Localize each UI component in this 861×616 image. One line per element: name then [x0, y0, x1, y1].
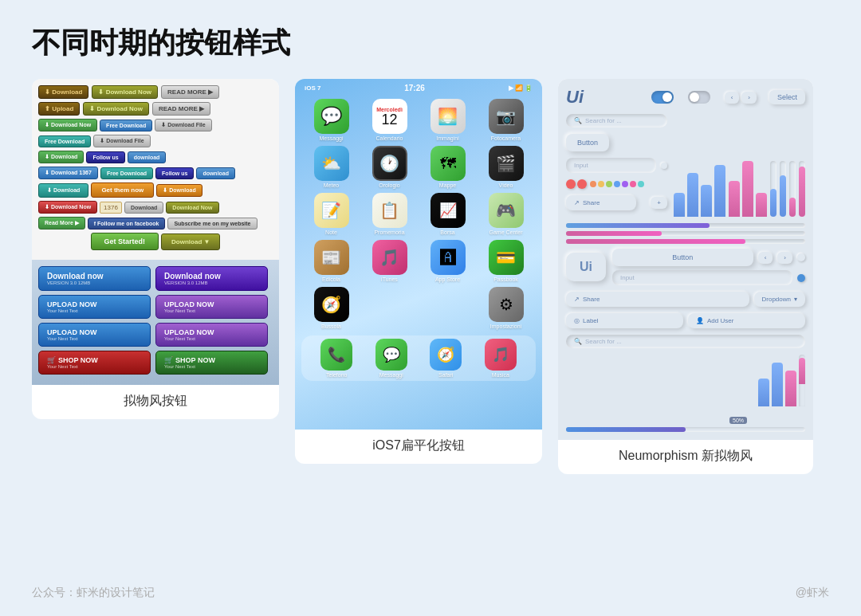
- follow-btn[interactable]: Follow us: [86, 151, 124, 163]
- ios7-icon-photos[interactable]: 🌅 Immagini: [421, 99, 474, 141]
- read-more-btn[interactable]: READ MORE ▶: [161, 85, 219, 99]
- radio-btn-1[interactable]: [661, 163, 667, 169]
- button-large[interactable]: Button: [612, 249, 753, 266]
- skeuomorphic-image: ⬇ Download ⬇ Download Now READ MORE ▶ ⬆ …: [32, 79, 279, 385]
- ios7-dock-phone[interactable]: 📞 Telefono: [320, 339, 352, 378]
- slider-3[interactable]: [566, 239, 805, 244]
- ios7-icon-compass[interactable]: 🧭 Bussola: [305, 287, 358, 329]
- get-them-btn[interactable]: Get them now: [91, 182, 154, 198]
- nav-next-btn[interactable]: ›: [741, 92, 757, 104]
- plus-btn[interactable]: +: [651, 197, 667, 209]
- download-gray[interactable]: Download: [124, 202, 163, 214]
- ios7-icon-gamecenter[interactable]: 🎮 Game Center: [479, 193, 533, 235]
- ui-title: Ui: [566, 87, 584, 108]
- select-btn[interactable]: Select: [769, 90, 805, 104]
- slider-2[interactable]: [566, 231, 805, 236]
- ios7-dock-music[interactable]: 🎵 Musica: [485, 339, 517, 378]
- slider-1[interactable]: [566, 223, 805, 228]
- toggle-1[interactable]: [651, 91, 674, 104]
- chevron-down-icon: ▾: [794, 296, 797, 303]
- ios7-dock-messages[interactable]: 💬 Messaggi: [375, 339, 407, 378]
- dropdown-element[interactable]: Dropdown ▾: [754, 292, 805, 307]
- download-now-big-btn-2[interactable]: Download now VERSION 3.0 12MB: [155, 266, 268, 291]
- radio-active[interactable]: [797, 274, 805, 282]
- progress-fill: [566, 427, 686, 432]
- search-icon: 🔍: [574, 117, 582, 124]
- ios7-icon-clock[interactable]: 🕐 Orologio: [363, 146, 416, 188]
- follow-btn2[interactable]: Follow us: [155, 167, 194, 179]
- slider-group: [566, 223, 805, 244]
- btn-prev[interactable]: ‹: [758, 252, 773, 264]
- cards-row: ⬇ Download ⬇ Download Now READ MORE ▶ ⬆ …: [32, 79, 829, 576]
- card2-label: iOS7扁平化按钮: [372, 430, 465, 464]
- ios7-icon-stocks[interactable]: 📈 Borsa: [421, 193, 474, 235]
- ios7-icon-settings[interactable]: ⚙ Impostazioni: [479, 287, 533, 329]
- user-icon: 👤: [696, 317, 704, 324]
- ios7-icon-camera[interactable]: 📷 Fotocamera: [479, 99, 533, 141]
- subscribe-btn[interactable]: Subscribe me on my website: [167, 218, 257, 230]
- teal-dl-btn[interactable]: ⬇ Download: [38, 183, 88, 198]
- add-user-btn[interactable]: 👤 Add User: [688, 313, 805, 328]
- ios7-icon-maps[interactable]: 🗺 Mappe: [421, 146, 474, 188]
- ios7-icon-appstore[interactable]: 🅰 App Store: [421, 240, 474, 282]
- shop-now-btn-1[interactable]: 🛒SHOP NOW Your Next Text: [38, 351, 151, 375]
- footer-left: 公众号：虾米的设计笔记: [32, 586, 155, 600]
- download-now-big-btn-1[interactable]: Download now VERSION 3.0 12MB: [38, 266, 151, 291]
- card1-label: 拟物风按钮: [124, 385, 187, 419]
- get-started-btn[interactable]: Get Started!: [91, 233, 159, 250]
- share-btn[interactable]: ↗ Share: [566, 195, 636, 210]
- input-field-2[interactable]: Input: [612, 270, 792, 285]
- ios7-icon-notes[interactable]: 📝 Note: [305, 193, 358, 235]
- charts-area: [674, 114, 805, 217]
- vertical-sliders: [770, 153, 805, 217]
- download-now-btn2[interactable]: ⬇ Download Now: [83, 102, 149, 116]
- ios7-icon-video[interactable]: 🎬 Video: [479, 146, 533, 188]
- download-btn-olive2[interactable]: Download ▼: [161, 233, 220, 250]
- download-btn-b2[interactable]: download: [196, 167, 235, 179]
- ios7-dock-safari[interactable]: 🧭 Safari: [430, 339, 462, 378]
- toggle-2[interactable]: [688, 91, 710, 104]
- free-download-blue[interactable]: Free Download: [100, 120, 152, 131]
- ios7-icon-itunes[interactable]: 🎵 iTunes: [363, 240, 416, 282]
- stocks-icon: 📈: [431, 193, 466, 228]
- read-more-btn2[interactable]: READ MORE ▶: [152, 102, 210, 116]
- upload-now-btn-3[interactable]: UPLOAD NOW Your Next Text: [38, 323, 151, 347]
- upload-now-btn-2[interactable]: UPLOAD NOW Your Next Text: [155, 295, 268, 319]
- ios7-icon-reminders[interactable]: 📋 Promemoria: [363, 193, 416, 235]
- ios7-icon-calendar[interactable]: Mercoledì 12 Calendario: [363, 99, 416, 141]
- upload-now-btn-1[interactable]: UPLOAD NOW Your Next Text: [38, 295, 151, 319]
- free-dl-teal2[interactable]: Free Download: [100, 167, 153, 179]
- ios7-icon-newsstand[interactable]: 📰 Edicola: [305, 240, 358, 282]
- upload-now-btn-4[interactable]: UPLOAD NOW Your Next Text: [155, 323, 268, 347]
- search-field-1[interactable]: 🔍 Search for ...: [566, 114, 667, 128]
- notes-icon: 📝: [314, 193, 349, 228]
- upload-btn-brown[interactable]: ⬆ Upload: [38, 102, 80, 116]
- dl-now-olive[interactable]: Download Now: [166, 202, 218, 214]
- download-now-green[interactable]: ⬇ Download Now: [38, 119, 97, 131]
- shop-now-btn-2[interactable]: 🛒SHOP NOW Your Next Text: [155, 351, 268, 375]
- orange-dl-btn[interactable]: ⬇ Download: [156, 184, 202, 197]
- download-file-gray[interactable]: ⬇ Download File: [93, 135, 150, 147]
- download-file-btn[interactable]: ⬇ Download File: [155, 119, 211, 131]
- fb-follow-btn[interactable]: f Follow me on facebook: [88, 218, 166, 230]
- ios7-icons-grid: 💬 Messaggi Mercoledì 12 Calendario 🌅: [301, 96, 536, 332]
- download-btn-b[interactable]: download: [128, 151, 167, 163]
- download-1367[interactable]: ⬇ Download 1367: [38, 167, 98, 179]
- dl-now-red[interactable]: ⬇ Download Now: [38, 201, 97, 214]
- ios7-icon-passbook[interactable]: 💳 Passbook: [479, 240, 533, 282]
- download-btn-brown[interactable]: ⬇ Download: [38, 85, 88, 99]
- download-now-btn-olive[interactable]: ⬇ Download Now: [92, 85, 158, 99]
- button-element[interactable]: Button: [566, 134, 609, 151]
- input-field[interactable]: Input: [566, 158, 656, 173]
- free-download-teal[interactable]: Free Download: [38, 135, 91, 147]
- ios7-icon-weather[interactable]: ⛅ Meteo: [305, 146, 358, 188]
- radio-2[interactable]: [797, 253, 805, 261]
- share-btn-2[interactable]: ↗ Share: [566, 292, 749, 307]
- ios7-icon-messages[interactable]: 💬 Messaggi: [305, 99, 358, 141]
- btn-next[interactable]: ›: [777, 252, 792, 264]
- read-more-green[interactable]: Read More ▶: [38, 217, 85, 230]
- download-btn-g[interactable]: ⬇ Download: [38, 151, 84, 163]
- progress-container: 50%: [566, 411, 805, 432]
- search-field-2[interactable]: 🔍 Search for ...: [566, 335, 805, 348]
- nav-prev-btn[interactable]: ‹: [725, 92, 740, 104]
